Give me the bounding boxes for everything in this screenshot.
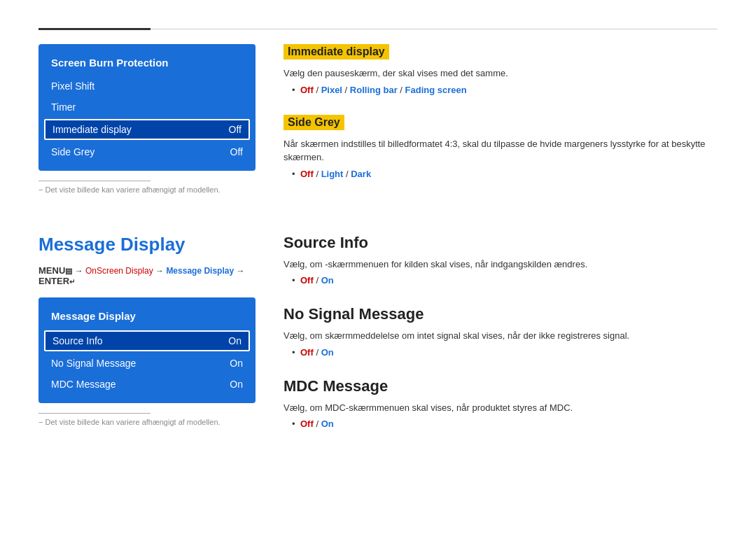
message-display-menu: Message Display Source Info On No Signal… <box>38 297 255 403</box>
breadcrumb-message-display: Message Display <box>166 266 234 276</box>
source-info-options: Off / On <box>284 275 718 286</box>
immediate-display-desc: Vælg den pauseskærm, der skal vises med … <box>284 66 718 80</box>
no-signal-desc: Vælg, om skærmmeddelelse om intet signal… <box>284 329 718 343</box>
breadcrumb: MENU▤ → OnScreen Display → Message Displ… <box>38 265 255 286</box>
spacer-1 <box>38 220 718 234</box>
breadcrumb-arrow-1: → <box>75 266 85 276</box>
message-display-section: Message Display MENU▤ → OnScreen Display… <box>38 234 718 449</box>
menu-item-side-grey[interactable]: Side Grey Off <box>38 141 255 162</box>
menu-item-immediate-display[interactable]: Immediate display Off <box>44 119 250 140</box>
screen-burn-right: Immediate display Vælg den pauseskærm, d… <box>284 44 718 199</box>
source-info-desc: Vælg, om -skærmmenuen for kilden skal vi… <box>284 258 718 272</box>
screen-burn-menu: Screen Burn Protection Pixel Shift Timer… <box>38 44 255 171</box>
side-grey-option: Off / Light / Dark <box>292 169 718 179</box>
no-signal-options: Off / On <box>284 347 718 358</box>
mdc-message-desc: Vælg, om MDC-skærmmenuen skal vises, når… <box>284 401 718 415</box>
mdc-message-options: Off / On <box>284 419 718 429</box>
immediate-display-section: Immediate display Vælg den pauseskærm, d… <box>284 44 718 95</box>
menu-item-no-signal[interactable]: No Signal Message On <box>38 353 255 374</box>
menu-item-source-info[interactable]: Source Info On <box>44 330 250 351</box>
menu-item-timer[interactable]: Timer <box>38 97 255 118</box>
screen-burn-left: Screen Burn Protection Pixel Shift Timer… <box>38 44 255 199</box>
side-grey-title: Side Grey <box>284 115 344 130</box>
immediate-display-title: Immediate display <box>284 44 389 59</box>
no-signal-title: No Signal Message <box>284 305 718 323</box>
no-signal-option: Off / On <box>292 347 718 358</box>
mdc-message-section: MDC Message Vælg, om MDC-skærmmenuen ska… <box>284 377 718 430</box>
side-grey-desc: Når skærmen indstilles til billedformate… <box>284 137 718 164</box>
message-display-menu-title: Message Display <box>38 306 255 329</box>
immediate-display-option: Off / Pixel / Rolling bar / Fading scree… <box>292 85 718 95</box>
immediate-display-options: Off / Pixel / Rolling bar / Fading scree… <box>284 85 718 95</box>
top-divider-dark <box>38 28 150 30</box>
message-display-right: Source Info Vælg, om -skærmmenuen for ki… <box>284 234 718 449</box>
message-display-left: Message Display MENU▤ → OnScreen Display… <box>38 234 255 449</box>
source-info-option: Off / On <box>292 275 718 286</box>
side-grey-section: Side Grey Når skærmen indstilles til bil… <box>284 115 718 179</box>
source-info-section: Source Info Vælg, om -skærmmenuen for ki… <box>284 234 718 286</box>
source-info-title: Source Info <box>284 234 718 252</box>
screen-burn-section: Screen Burn Protection Pixel Shift Timer… <box>38 44 718 199</box>
top-divider-light <box>150 29 718 29</box>
breadcrumb-arrow-2: → <box>155 266 166 276</box>
note-text-1: − Det viste billede kan variere afhængig… <box>38 185 255 194</box>
note-text-2: − Det viste billede kan variere afhængig… <box>38 418 255 426</box>
note-line-2 <box>38 413 150 414</box>
side-grey-options: Off / Light / Dark <box>284 169 718 179</box>
menu-item-mdc-message[interactable]: MDC Message On <box>38 374 255 395</box>
mdc-message-option: Off / On <box>292 419 718 429</box>
breadcrumb-onscreen: OnScreen Display <box>85 266 153 276</box>
top-divider <box>38 28 718 30</box>
menu-item-pixel-shift[interactable]: Pixel Shift <box>38 76 255 97</box>
note-line-1 <box>38 181 150 181</box>
breadcrumb-enter: ENTER↵ <box>38 276 75 286</box>
breadcrumb-menu: MENU▤ <box>38 265 72 276</box>
no-signal-section: No Signal Message Vælg, om skærmmeddelel… <box>284 305 718 358</box>
message-display-heading: Message Display <box>38 234 255 255</box>
breadcrumb-arrow-3: → <box>236 266 244 276</box>
mdc-message-title: MDC Message <box>284 377 718 395</box>
screen-burn-title: Screen Burn Protection <box>38 52 255 76</box>
